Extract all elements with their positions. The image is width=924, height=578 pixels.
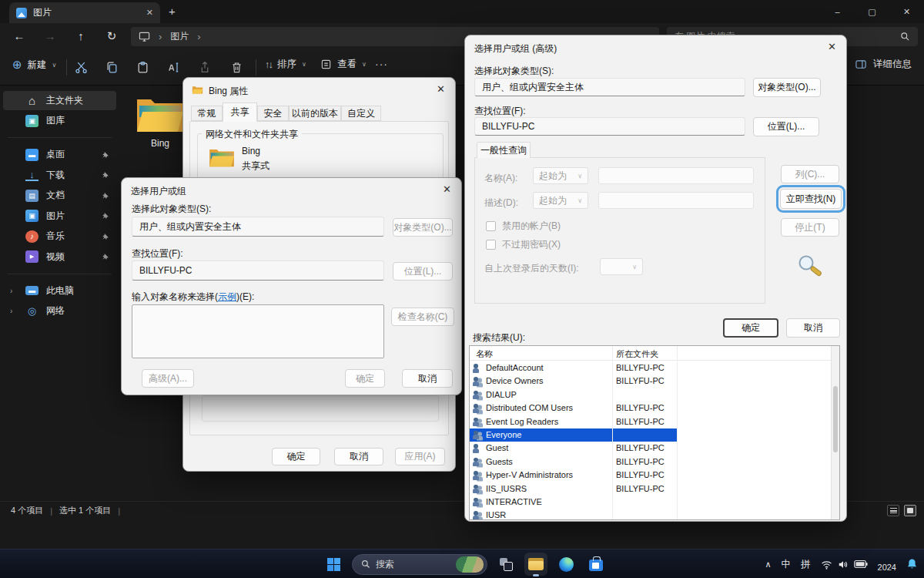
- paste-button[interactable]: [129, 57, 156, 78]
- sidebar-item-9[interactable]: › ◎ 网络: [3, 301, 116, 321]
- ime-mode-indicator[interactable]: 拼: [801, 558, 811, 571]
- days-dropdown[interactable]: ∨: [600, 258, 643, 275]
- forward-icon[interactable]: →: [40, 27, 60, 45]
- examples-link[interactable]: 示例: [218, 291, 236, 302]
- ok-button[interactable]: 确定: [723, 318, 778, 338]
- column-header-folder[interactable]: 所在文件夹: [616, 348, 658, 360]
- close-icon[interactable]: ✕: [443, 183, 451, 195]
- taskbar-search-input[interactable]: 搜索: [352, 554, 487, 575]
- tab-security[interactable]: 安全: [257, 106, 289, 121]
- sidebar-item-4[interactable]: ▤ 文档: [3, 186, 116, 205]
- search-highlight-image[interactable]: [456, 556, 484, 573]
- tab-previous-versions[interactable]: 以前的版本: [289, 106, 341, 121]
- maximize-icon[interactable]: ▢: [855, 0, 889, 23]
- details-view-toggle[interactable]: [887, 505, 899, 516]
- explorer-tab-pictures[interactable]: 图片 ✕: [9, 2, 160, 23]
- ok-button[interactable]: 确定: [272, 448, 320, 465]
- minimize-icon[interactable]: –: [820, 0, 855, 23]
- search-result-row[interactable]: Hyper-V Administrators BILLYFU-PC: [470, 469, 831, 482]
- ime-language-indicator[interactable]: 中: [782, 558, 792, 571]
- folder-tile-bing[interactable]: Bing: [129, 92, 191, 149]
- stop-button[interactable]: 停止(T): [781, 218, 839, 237]
- cancel-button[interactable]: 取消: [402, 369, 453, 388]
- search-result-row[interactable]: IUSR: [470, 509, 831, 520]
- share-button[interactable]: [191, 57, 217, 78]
- column-divider[interactable]: [677, 346, 678, 519]
- expand-chevron-icon[interactable]: ›: [10, 307, 12, 315]
- tab-close-icon[interactable]: ✕: [146, 8, 153, 18]
- cancel-button[interactable]: 取消: [334, 448, 383, 465]
- tray-status-icons[interactable]: [821, 560, 868, 570]
- details-pane-button[interactable]: 详细信息: [855, 58, 912, 71]
- view-button[interactable]: 查看 ∨: [320, 58, 367, 71]
- sidebar-item-8[interactable]: › ▬ 此电脑: [3, 281, 116, 301]
- sidebar-item-5[interactable]: ▣ 图片: [3, 207, 116, 226]
- store-taskbar-button[interactable]: [584, 553, 608, 576]
- non-expiring-password-checkbox[interactable]: 不过期密码(X): [486, 238, 561, 251]
- back-icon[interactable]: ←: [9, 27, 29, 45]
- column-header-name[interactable]: 名称: [476, 348, 493, 360]
- description-operator-dropdown[interactable]: 起始为∨: [533, 192, 588, 209]
- search-result-row[interactable]: Distributed COM Users BILLYFU-PC: [470, 402, 831, 415]
- locations-button[interactable]: 位置(L)...: [393, 262, 453, 281]
- clock[interactable]: 2024: [878, 563, 896, 572]
- search-result-row[interactable]: Event Log Readers BILLYFU-PC: [470, 415, 831, 428]
- search-result-row[interactable]: DefaultAccount BILLYFU-PC: [470, 361, 831, 375]
- column-divider[interactable]: [612, 346, 613, 519]
- close-icon[interactable]: ✕: [828, 41, 836, 52]
- search-icon[interactable]: [900, 32, 910, 42]
- sort-button[interactable]: ↑↓ 排序 ∨: [265, 58, 306, 71]
- search-result-row[interactable]: Everyone: [470, 428, 831, 442]
- notification-bell-icon[interactable]: [906, 558, 918, 570]
- search-result-row[interactable]: Guests BILLYFU-PC: [470, 455, 831, 469]
- file-explorer-taskbar-button[interactable]: [524, 553, 547, 576]
- breadcrumb-segment[interactable]: 图片: [170, 30, 189, 43]
- start-button[interactable]: [322, 553, 345, 576]
- new-tab-button[interactable]: +: [169, 5, 176, 18]
- ok-button[interactable]: 确定: [345, 369, 385, 388]
- name-input[interactable]: [598, 167, 754, 184]
- locations-button[interactable]: 位置(L)...: [753, 117, 819, 136]
- tab-customize[interactable]: 自定义: [341, 106, 381, 121]
- scrollbar-thumb[interactable]: [833, 386, 838, 452]
- search-result-row[interactable]: DIALUP: [470, 388, 831, 402]
- close-icon[interactable]: ✕: [437, 83, 445, 95]
- thumbnail-view-toggle[interactable]: [904, 505, 916, 516]
- apply-button[interactable]: 应用(A): [395, 448, 445, 465]
- task-view-button[interactable]: [494, 553, 517, 576]
- rename-button[interactable]: [160, 57, 186, 78]
- sidebar-item-1[interactable]: ▣ 图库: [3, 111, 116, 130]
- sidebar-item-0[interactable]: ⌂ 主文件夹: [3, 91, 116, 110]
- columns-button[interactable]: 列(C)...: [781, 165, 839, 183]
- common-queries-tab[interactable]: 一般性查询: [477, 142, 531, 158]
- search-result-row[interactable]: Guest BILLYFU-PC: [470, 442, 831, 455]
- advanced-button[interactable]: 高级(A)...: [142, 369, 194, 388]
- description-input[interactable]: [598, 192, 754, 209]
- cut-button[interactable]: [68, 57, 94, 78]
- search-results-list[interactable]: 名称 所在文件夹 DefaultAccount BILLYFU-PC Devic…: [469, 345, 840, 520]
- hidden-icons-chevron-icon[interactable]: ∧: [765, 560, 771, 570]
- copy-button[interactable]: [99, 57, 125, 78]
- cancel-button[interactable]: 取消: [786, 318, 840, 338]
- tab-general[interactable]: 常规: [191, 106, 223, 121]
- find-now-button[interactable]: 立即查找(N): [780, 189, 842, 209]
- object-types-button[interactable]: 对象类型(O)...: [393, 218, 453, 237]
- search-result-row[interactable]: Device Owners BILLYFU-PC: [470, 375, 831, 388]
- object-types-button[interactable]: 对象类型(O)...: [753, 78, 821, 97]
- name-operator-dropdown[interactable]: 起始为∨: [533, 167, 588, 184]
- sidebar-item-7[interactable]: ▶ 视频: [3, 247, 116, 267]
- disabled-accounts-checkbox[interactable]: 禁用的帐户(B): [486, 220, 561, 233]
- refresh-icon[interactable]: ↻: [102, 27, 122, 45]
- search-result-row[interactable]: IIS_IUSRS BILLYFU-PC: [470, 482, 831, 496]
- search-result-row[interactable]: INTERACTIVE: [470, 496, 831, 509]
- new-button[interactable]: ⊕ 新建 ∨: [12, 58, 56, 72]
- edge-taskbar-button[interactable]: [554, 553, 578, 576]
- sidebar-item-3[interactable]: ↓ 下载: [3, 166, 116, 185]
- up-icon[interactable]: ↑: [71, 27, 91, 45]
- delete-button[interactable]: [223, 57, 249, 78]
- sidebar-item-6[interactable]: ♪ 音乐: [3, 227, 116, 246]
- more-button[interactable]: ···: [375, 58, 388, 70]
- results-scrollbar[interactable]: [831, 346, 839, 519]
- tab-sharing[interactable]: 共享: [223, 102, 257, 122]
- sidebar-item-2[interactable]: ▬ 桌面: [3, 145, 116, 164]
